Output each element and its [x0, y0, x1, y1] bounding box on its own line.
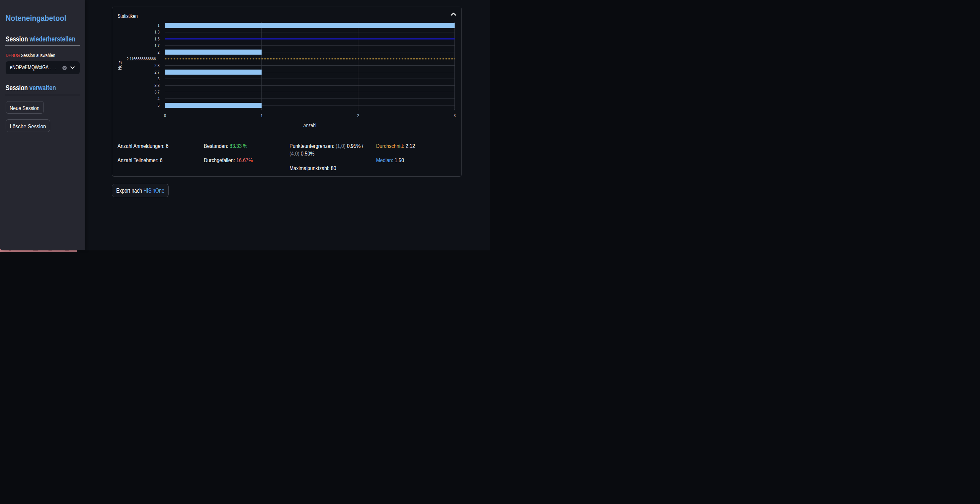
- svg-text:3: 3: [454, 113, 456, 118]
- svg-text:2.7: 2.7: [155, 69, 160, 74]
- svg-text:4: 4: [158, 96, 160, 101]
- svg-text:3.3: 3.3: [155, 83, 160, 88]
- svg-text:1: 1: [261, 113, 262, 118]
- svg-text:Note: Note: [117, 61, 123, 70]
- svg-text:2: 2: [158, 49, 160, 54]
- svg-text:2.1166666666666…: 2.1166666666666…: [127, 56, 160, 61]
- svg-text:3.7: 3.7: [155, 90, 160, 95]
- svg-text:1: 1: [158, 23, 160, 28]
- svg-text:5: 5: [158, 103, 160, 108]
- svg-text:1.3: 1.3: [155, 30, 160, 35]
- svg-text:0: 0: [164, 113, 166, 118]
- svg-text:Anzahl: Anzahl: [304, 122, 317, 128]
- svg-text:1.5: 1.5: [155, 36, 160, 41]
- svg-text:2.3: 2.3: [155, 63, 160, 68]
- svg-text:3: 3: [158, 76, 160, 81]
- svg-text:1.7: 1.7: [155, 43, 160, 48]
- svg-text:2: 2: [357, 113, 359, 118]
